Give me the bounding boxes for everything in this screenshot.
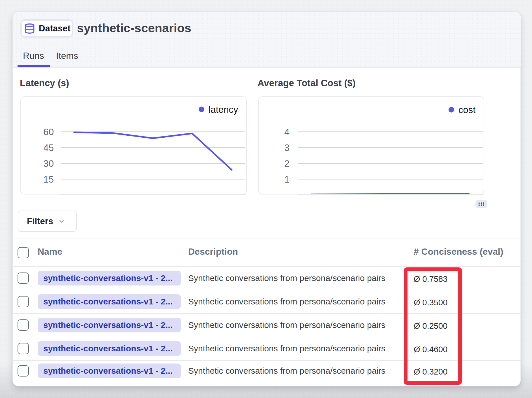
svg-text:3: 3: [284, 142, 289, 153]
svg-text:45: 45: [43, 142, 54, 153]
svg-text:latency: latency: [209, 104, 238, 115]
svg-text:1: 1: [284, 174, 289, 185]
svg-text:cost: cost: [458, 105, 476, 115]
svg-text:4: 4: [284, 127, 289, 137]
svg-text:30: 30: [43, 158, 54, 169]
svg-text:2: 2: [284, 158, 289, 169]
svg-text:60: 60: [43, 127, 54, 137]
svg-text:15: 15: [43, 174, 54, 185]
